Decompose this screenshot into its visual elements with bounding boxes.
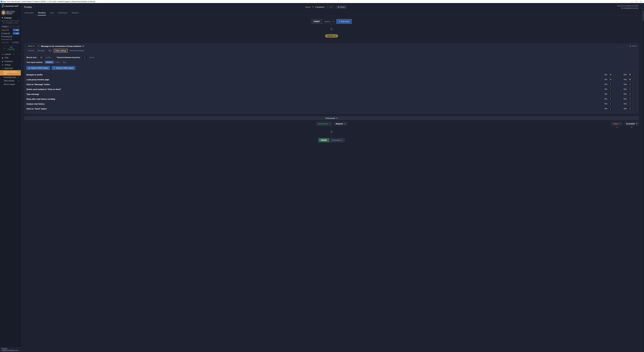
sidebar-crm[interactable]: ▦ CRM	[0, 56, 21, 60]
reset-fast-button[interactable]: ▸▸Reset to FAST delays	[26, 66, 50, 70]
window-title: Aitor Jerez Mendizabal | Linked Helper 2…	[3, 1, 95, 3]
max-input[interactable]	[628, 73, 632, 76]
delay-row: Switch send method to "Click on Send" Mi…	[26, 87, 636, 92]
sec-unit: sec	[633, 73, 636, 76]
tab-workflow[interactable]: Workflow	[38, 12, 46, 16]
stat-successful[interactable]: Successful: 0	[316, 122, 332, 126]
stat-excluded[interactable]: Excluded: 0	[624, 122, 639, 126]
subtab-general[interactable]: General	[26, 49, 36, 53]
method-type[interactable]: Type	[61, 61, 68, 64]
delete-action-button[interactable]: 🗑Delete	[630, 45, 636, 47]
sidebar-campaign[interactable]: ⚑ Campaign ›	[0, 16, 21, 20]
stat-skipped[interactable]: Skipped: 0	[334, 122, 347, 126]
queue-pill[interactable]: Queue: 0	[325, 34, 338, 38]
min-input[interactable]	[608, 73, 613, 76]
bunch-size-input[interactable]	[38, 56, 44, 59]
min-label: Min	[603, 108, 607, 110]
min-input[interactable]	[608, 107, 613, 110]
reset-safe-button[interactable]: 🛡Reset to SAFE delays	[52, 66, 75, 70]
workflow-canvas: START Queue: 0 ✦Add more + Queue: 0 Acti…	[21, 16, 642, 352]
flag-icon: ⚑	[312, 6, 314, 8]
min-input[interactable]	[608, 78, 613, 81]
chevron-up-icon: ⌃	[18, 54, 19, 55]
max-label: Max	[622, 88, 627, 90]
add-more-button[interactable]: ✦Add more	[336, 19, 352, 24]
sidebar-knowledge-base[interactable]: Knowledge base ⧉	[0, 76, 21, 79]
min-input[interactable]	[608, 102, 613, 105]
max-input[interactable]	[628, 102, 632, 105]
start-queue-cell[interactable]: Queue: 0	[322, 19, 336, 24]
tab-dashboard[interactable]: Dashboard	[58, 12, 68, 16]
profile-box[interactable]: Aitor Jerez Mendiz...	[0, 9, 21, 16]
tab-information[interactable]: Information	[24, 12, 34, 16]
sidebar-failed[interactable]: Failed (0) ↻Retry	[0, 41, 21, 44]
sidebar-successful[interactable]: Successful (0)	[0, 38, 21, 41]
max-input[interactable]	[628, 107, 632, 110]
clone-button[interactable]: ⧉Clone	[336, 5, 347, 9]
min-input[interactable]	[608, 88, 613, 91]
sec-unit: sec	[633, 88, 636, 91]
sidebar-queue[interactable]: Queue (0) ⠇Add	[0, 28, 21, 32]
move-up-button[interactable]: ⌃	[623, 45, 625, 47]
max-input[interactable]	[628, 93, 632, 96]
sidebar-video-tutorials[interactable]: Video tutorials ⧉	[0, 79, 21, 83]
shield-icon: 🛡	[54, 67, 55, 69]
start-button[interactable]: ▸Start	[326, 5, 335, 9]
queue-add-button[interactable]: ⠇Add	[13, 29, 20, 31]
delay-row-label: Load group member page	[26, 79, 49, 81]
sidebar-processing[interactable]: Processing (0)	[0, 35, 21, 38]
sidebar-dashboard[interactable]: ▤ Dashboard	[0, 60, 21, 63]
timeout-input[interactable]	[82, 56, 88, 59]
close-button[interactable]: ✕	[640, 1, 642, 2]
add-action-button[interactable]: +	[330, 28, 333, 31]
failed-retry-button[interactable]: ↻Retry	[12, 41, 20, 44]
min-input[interactable]	[608, 93, 613, 96]
scrollbar-thumb[interactable]	[643, 11, 644, 21]
failed-close-button[interactable]: x	[616, 126, 618, 128]
retry-icon: ↻	[13, 42, 14, 43]
plus-icon: ✦	[339, 20, 340, 23]
excluded-close-button[interactable]: x	[630, 126, 633, 128]
tab-lists[interactable]: Lists	[50, 12, 54, 16]
minimize-button[interactable]: —	[631, 1, 632, 2]
input-method-label: Text input method:	[26, 61, 43, 63]
start-campaign-button[interactable]: ▸ Start campaign	[3, 46, 18, 51]
finish-processed[interactable]: Processed: 0	[329, 138, 345, 142]
external-icon: ⧉	[18, 72, 19, 74]
max-input[interactable]	[628, 78, 632, 81]
subtab-message[interactable]: Message	[36, 49, 46, 53]
method-random[interactable]: Random	[45, 61, 54, 64]
sidebar-linkedin[interactable]: in LinkedIn idle ⌃	[0, 53, 21, 56]
sidebar-exclude[interactable]: Exclude (0) ⠇Add	[0, 32, 21, 35]
help-icon[interactable]: ?	[82, 45, 84, 47]
external-icon: ⧉	[18, 80, 19, 82]
sidebar-settings[interactable]: ⚙ Settings	[0, 63, 21, 67]
processed-bar[interactable]: Processed: 0	[24, 116, 639, 120]
tab-statistics[interactable]: Statistics	[71, 12, 79, 16]
main-header: Prueba ⠿ Status: ⚑ Completed ▸Start ⧉Clo…	[21, 3, 642, 10]
delay-row: Click on "Message" button Min sec Max se…	[26, 82, 636, 87]
sec-unit: sec	[614, 98, 617, 100]
delay-row: Load group member page Min sec Max sec	[26, 77, 636, 82]
app-icon	[1, 1, 2, 2]
sidebar-weekly-limit[interactable]: Weekly invitations limit ⧉	[0, 70, 21, 76]
sidebar-ask-support[interactable]: Ask for support	[0, 83, 21, 86]
stat-failed[interactable]: Failed: 0	[611, 122, 623, 126]
max-input[interactable]	[628, 88, 632, 91]
sidebar-need-help[interactable]: ? Need help? ⌃	[0, 67, 21, 70]
max-input[interactable]	[628, 83, 632, 86]
campaign-selector[interactable]: Prueba ⠿ ⌄	[1, 25, 20, 28]
subtab-advanced[interactable]: Advanced settings	[68, 49, 86, 53]
scrollbar[interactable]	[642, 3, 644, 352]
min-input[interactable]	[608, 98, 613, 100]
exclude-add-button[interactable]: ⠇Add	[13, 32, 20, 35]
method-insert[interactable]: Insert	[54, 61, 61, 64]
move-down-button[interactable]: ⌄	[626, 45, 628, 47]
max-input[interactable]	[628, 98, 632, 100]
maximize-button[interactable]: ☐	[636, 1, 637, 2]
subtab-delay-settings[interactable]: Delay settings	[54, 49, 68, 53]
subtab-tags[interactable]: Tags	[46, 49, 53, 53]
fast-forward-icon: ▸▸	[28, 67, 30, 69]
min-input[interactable]	[608, 83, 613, 86]
add-action-button-2[interactable]: +	[330, 130, 333, 133]
